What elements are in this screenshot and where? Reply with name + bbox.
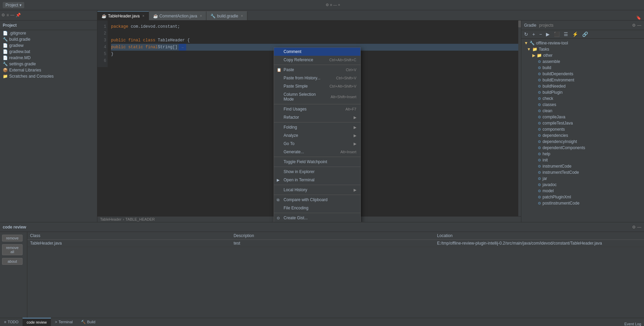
ctx-copy-reference[interactable]: Copy Reference Ctrl+Alt+Shift+C [274, 56, 360, 64]
sidebar-settings-icon[interactable]: ⚙ [1, 13, 5, 17]
tree-item-external-libs[interactable]: 📦 External Libraries [0, 67, 97, 73]
tree-item-scratches[interactable]: 📁 Scratches and Consoles [0, 73, 97, 79]
gradle-task-patchpluginxml[interactable]: ⚙ patchPluginXml [521, 194, 644, 200]
ctx-goto[interactable]: Go To ▶ [274, 140, 360, 148]
gradle-other-folder[interactable]: ▶ 📁 other [521, 52, 644, 58]
tab-tableheader[interactable]: ☕ TableHeader.java × [97, 11, 149, 20]
status-tab-build[interactable]: 🔨 Build [77, 318, 99, 326]
tab-commentaction[interactable]: ☕ CommentAction.java × [149, 11, 207, 20]
gradle-task-instrumentcode[interactable]: ⚙ instrumentCode [521, 163, 644, 169]
ctx-paste-simple[interactable]: Paste Simple Ctrl+Alt+Shift+V [274, 82, 360, 90]
gradle-task-help[interactable]: ⚙ help [521, 151, 644, 157]
tree-item-settings[interactable]: 🔧 settings.gradle [0, 61, 97, 67]
sidebar-sort-icon[interactable]: ≡ [6, 13, 9, 17]
tab-tableheader-close[interactable]: × [142, 14, 145, 18]
tab-buildgradle[interactable]: 🔧 build.gradle × [206, 11, 247, 20]
gradle-task-model[interactable]: ⚙ model [521, 188, 644, 194]
gradle-task-compilejava[interactable]: ⚙ compileJava [521, 114, 644, 120]
bottom-panel-title: code review [3, 225, 26, 230]
gradle-task-clean[interactable]: ⚙ clean [521, 108, 644, 114]
gradle-task-icon-buildplugin: ⚙ [538, 90, 541, 95]
table-row[interactable]: TableHeader.java test E:/tmp/offline-rev… [27, 240, 644, 247]
ctx-create-gist[interactable]: ⊙ Create Gist... [274, 214, 360, 222]
ctx-open-terminal[interactable]: ▶ Open in Terminal [274, 176, 360, 184]
event-log-btn[interactable]: Event Log [621, 322, 644, 326]
ctx-column-selection[interactable]: Column Selection Mode Alt+Shift+Insert [274, 90, 360, 103]
gradle-task-jar[interactable]: ⚙ jar [521, 175, 644, 182]
gradle-add-btn[interactable]: + [531, 31, 536, 38]
gradle-task-classes[interactable]: ⚙ classes [521, 102, 644, 108]
ctx-analyze[interactable]: Analyze ▶ [274, 131, 360, 140]
gradle-task-buildenvironment[interactable]: ⚙ buildEnvironment [521, 77, 644, 83]
ctx-refactor[interactable]: Refactor ▶ [274, 113, 360, 121]
tree-label-external-libs: External Libraries [9, 68, 41, 73]
gradle-task-components[interactable]: ⚙ components [521, 126, 644, 132]
gradle-close-icon[interactable]: — [637, 23, 641, 28]
ctx-generate[interactable]: Generate... Alt+Insert [274, 148, 360, 156]
ctx-find-usages-label: Find Usages [284, 107, 306, 112]
gradle-task-assemble[interactable]: ⚙ assemble [521, 58, 644, 65]
status-tab-todo[interactable]: ≡ TODO [0, 318, 23, 326]
sidebar-collapse-icon[interactable]: — [10, 13, 14, 17]
gradle-task-buildplugin[interactable]: ⚙ buildPlugin [521, 89, 644, 95]
gradle-filter-btn[interactable]: ⚡ [571, 31, 579, 38]
gradle-task-build[interactable]: ⚙ build [521, 65, 644, 71]
gradle-task-compiletestjava[interactable]: ⚙ compileTestJava [521, 120, 644, 126]
ctx-local-history[interactable]: Local History ▶ [274, 186, 360, 194]
gradle-tasks-folder[interactable]: ▼ 📁 Tasks [521, 46, 644, 52]
ctx-compare-clipboard[interactable]: ⧉ Compare with Clipboard [274, 196, 360, 204]
tab-buildgradle-close[interactable]: × [241, 14, 243, 18]
ctx-paste-history[interactable]: Paste from History... Ctrl+Shift+V [274, 74, 360, 82]
tree-item-gitignore[interactable]: 📄 .gitignore [0, 30, 97, 36]
ctx-paste[interactable]: 📋 Paste Ctrl+V [274, 66, 360, 74]
table-cell-class: TableHeader.java [27, 240, 231, 247]
gradle-task-postinstrumentcode[interactable]: ⚙ postInstrumentCode [521, 200, 644, 206]
gradle-task-buildneeded[interactable]: ⚙ buildNeeded [521, 83, 644, 89]
gradle-task-dependencyinsight[interactable]: ⚙ dependencyInsight [521, 139, 644, 145]
tree-item-gradlewbat[interactable]: 📄 gradlew.bat [0, 49, 97, 55]
gradle-debug-btn[interactable]: ⬛ [552, 31, 561, 38]
gradle-settings-icon[interactable]: ⚙ [632, 23, 636, 28]
gradle-task-dependentcomponents[interactable]: ⚙ dependentComponents [521, 145, 644, 151]
ctx-show-explorer[interactable]: Show in Explorer [274, 168, 360, 176]
gradle-task-javadoc[interactable]: ⚙ javadoc [521, 182, 644, 188]
remove-all-button[interactable]: remove all [2, 244, 23, 255]
ctx-folding[interactable]: Folding ▶ [274, 123, 360, 131]
editor-scrollbar[interactable] [518, 21, 521, 216]
gradle-run-btn[interactable]: ▶ [545, 31, 551, 38]
gradle-task-init[interactable]: ⚙ init [521, 157, 644, 163]
ctx-file-encoding[interactable]: File Encoding [274, 204, 360, 212]
gradle-link-btn[interactable]: 🔗 [581, 31, 589, 38]
ctx-comment[interactable]: Comment [274, 48, 360, 56]
bookmark-icon[interactable]: 🔖 [636, 15, 641, 20]
tree-item-buildgradle[interactable]: 🔧 build.gradle [0, 36, 97, 42]
gradle-minus-btn[interactable]: − [538, 31, 543, 38]
remove-button[interactable]: remove [2, 235, 23, 242]
gradle-toggle-btn[interactable]: ☰ [562, 31, 570, 38]
gradle-task-check[interactable]: ⚙ check [521, 95, 644, 102]
ctx-folding-label: Folding [284, 125, 297, 130]
bottom-settings-icon[interactable]: ⚙ [632, 225, 636, 230]
bottom-close-icon[interactable]: — [637, 225, 641, 230]
tab-commentaction-close[interactable]: × [200, 14, 202, 18]
sidebar-pin-icon[interactable]: 📌 [16, 13, 21, 17]
scrollbar-thumb[interactable] [518, 21, 521, 27]
about-button[interactable]: about [2, 258, 23, 265]
ctx-find-usages[interactable]: Find Usages Alt+F7 [274, 105, 360, 113]
gradle-task-dependencies[interactable]: ⚙ dependencies [521, 132, 644, 139]
gradle-refresh-btn[interactable]: ↻ [523, 31, 530, 38]
tree-item-readme[interactable]: 📄 readme.MD [0, 55, 97, 61]
status-tab-terminal[interactable]: > Terminal [51, 318, 77, 326]
status-tab-code-review[interactable]: code review [23, 318, 51, 326]
tree-item-gradlew[interactable]: 📄 gradlew [0, 42, 97, 49]
project-dropdown[interactable]: Project ▾ [3, 2, 24, 8]
tree-label-scratches: Scratches and Consoles [9, 74, 54, 79]
gradle-task-label-components: components [543, 127, 565, 132]
gradle-task-label-dependencyinsight: dependencyInsight [543, 139, 577, 144]
ctx-toggle-watchpoint[interactable]: Toggle Field Watchpoint [274, 158, 360, 166]
ctx-analyze-label: Analyze [284, 133, 298, 138]
gradle-task-builddependents[interactable]: ⚙ buildDependents [521, 71, 644, 77]
status-tab-todo-label: TODO [8, 320, 18, 324]
gradle-root-item[interactable]: ▼ 🔧 offline-review-tool [521, 40, 644, 46]
gradle-task-instrumenttestcode[interactable]: ⚙ instrumentTestCode [521, 169, 644, 175]
